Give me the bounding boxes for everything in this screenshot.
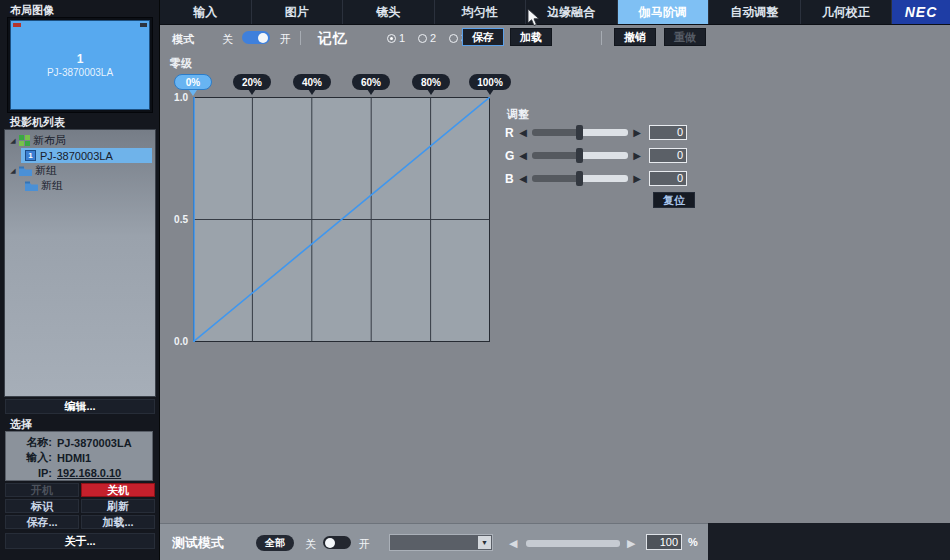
channel-name: R xyxy=(505,126,517,140)
name-value: PJ-3870003LA xyxy=(57,437,132,449)
ip-label: IP: xyxy=(6,467,52,479)
test-off-label: 关 xyxy=(305,537,316,552)
test-mode-bar: 测试模式 全部 关 开 ▼ ◀ ▶ 100 % xyxy=(160,523,708,560)
increment-arrow[interactable]: ▶ xyxy=(631,173,643,184)
projector-number-badge: 1 xyxy=(25,150,36,161)
memory-load-button[interactable]: 加载 xyxy=(510,28,552,46)
tree-item-subgroup[interactable]: 新组 xyxy=(5,178,155,193)
gamma-main-panel: 零级 0% 20% 40% 60% 80% 100% 1.0 0.5 0.0 调… xyxy=(160,50,950,523)
tab-input[interactable]: 输入 xyxy=(160,0,252,24)
power-button-grid: 开机 关机 标识 刷新 保存... 加载... xyxy=(5,483,155,531)
adjust-label: 调整 xyxy=(507,107,529,122)
status-mark-dark xyxy=(140,23,147,27)
layout-preview[interactable]: 1 PJ-3870003LA xyxy=(7,17,153,113)
tab-lens[interactable]: 镜头 xyxy=(343,0,435,24)
sidebar: 布局图像 1 PJ-3870003LA 投影机列表 ◢ 新布局 1 PJ-387… xyxy=(0,0,160,560)
tree-item-projector[interactable]: 1 PJ-3870003LA xyxy=(5,148,155,163)
point-tab-100[interactable]: 100% xyxy=(469,74,511,90)
preview-name: PJ-3870003LA xyxy=(47,67,113,78)
percent-unit: % xyxy=(688,536,698,548)
r-slider[interactable] xyxy=(532,129,628,136)
mode-off-label: 关 xyxy=(222,32,233,47)
test-pattern-dropdown[interactable]: ▼ xyxy=(389,534,493,551)
radio-label: 2 xyxy=(430,32,436,44)
gamma-toolbar: 模式 关 开 记忆 1 2 3 保存 加载 撤销 重做 xyxy=(160,25,950,50)
tree-expander-icon[interactable]: ◢ xyxy=(7,163,19,178)
radio-icon xyxy=(387,34,396,43)
channel-row-r: R ◀ ▶ 0 xyxy=(505,125,687,140)
reset-button[interactable]: 复位 xyxy=(653,192,695,208)
projector-list-header: 投影机列表 xyxy=(10,115,65,130)
projector-preview-tile[interactable]: 1 PJ-3870003LA xyxy=(10,20,150,110)
refresh-button[interactable]: 刷新 xyxy=(81,499,155,513)
mode-toggle[interactable] xyxy=(242,31,270,44)
g-value-input[interactable]: 0 xyxy=(649,148,687,163)
b-slider[interactable] xyxy=(532,175,628,182)
power-on-button[interactable]: 开机 xyxy=(5,483,79,497)
decrement-arrow[interactable]: ◀ xyxy=(509,537,517,550)
undo-button[interactable]: 撤销 xyxy=(614,28,656,46)
point-tab-20[interactable]: 20% xyxy=(233,74,271,90)
channel-name: G xyxy=(505,149,517,163)
nec-logo: NEC xyxy=(892,0,950,24)
load-settings-button[interactable]: 加载... xyxy=(81,515,155,529)
decrement-arrow[interactable]: ◀ xyxy=(517,150,529,161)
tab-picture[interactable]: 图片 xyxy=(252,0,344,24)
tree-item-layout[interactable]: ◢ 新布局 xyxy=(5,133,155,148)
identify-button[interactable]: 标识 xyxy=(5,499,79,513)
slider-knob[interactable] xyxy=(576,148,583,163)
save-settings-button[interactable]: 保存... xyxy=(5,515,79,529)
level-slider[interactable] xyxy=(526,540,620,547)
decrement-arrow[interactable]: ◀ xyxy=(517,127,529,138)
status-mark-red xyxy=(13,23,21,27)
top-tab-bar: 输入 图片 镜头 均匀性 边缘融合 伽马阶调 自动调整 几何校正 NEC xyxy=(160,0,950,25)
tab-uniformity[interactable]: 均匀性 xyxy=(435,0,527,24)
tree-item-group[interactable]: ◢ 新组 xyxy=(5,163,155,178)
name-label: 名称: xyxy=(6,435,52,450)
mode-on-label: 开 xyxy=(280,32,291,47)
radio-icon xyxy=(449,34,458,43)
mouse-cursor xyxy=(527,8,543,27)
point-tab-40[interactable]: 40% xyxy=(293,74,331,90)
gamma-curve-chart[interactable] xyxy=(193,97,490,342)
preview-number: 1 xyxy=(77,52,84,66)
tab-gamma[interactable]: 伽马阶调 xyxy=(618,0,710,24)
channel-name: B xyxy=(505,172,517,186)
decrement-arrow[interactable]: ◀ xyxy=(517,173,529,184)
tree-item-label: 新布局 xyxy=(33,133,66,148)
r-value-input[interactable]: 0 xyxy=(649,125,687,140)
about-button[interactable]: 关于... xyxy=(5,533,155,549)
point-tab-60[interactable]: 60% xyxy=(352,74,390,90)
projector-tree: ◢ 新布局 1 PJ-3870003LA ◢ 新组 新组 xyxy=(4,129,156,397)
tab-auto-adjust[interactable]: 自动调整 xyxy=(709,0,801,24)
memory-radio-1[interactable]: 1 xyxy=(387,32,405,44)
edit-button[interactable]: 编辑... xyxy=(5,399,155,414)
y-tick-1: 1.0 xyxy=(164,92,188,103)
toggle-knob xyxy=(258,33,268,43)
dropdown-arrow-icon[interactable]: ▼ xyxy=(478,536,491,549)
all-button[interactable]: 全部 xyxy=(256,535,294,551)
increment-arrow[interactable]: ▶ xyxy=(631,150,643,161)
power-off-button[interactable]: 关机 xyxy=(81,483,155,497)
test-on-label: 开 xyxy=(359,537,370,552)
layout-image-header: 布局图像 xyxy=(10,3,54,18)
ip-link[interactable]: 192.168.0.10 xyxy=(57,467,121,479)
percent-input[interactable]: 100 xyxy=(646,534,682,550)
increment-arrow[interactable]: ▶ xyxy=(631,127,643,138)
test-mode-toggle[interactable] xyxy=(323,536,351,549)
tab-geometric-correction[interactable]: 几何校正 xyxy=(801,0,893,24)
redo-button[interactable]: 重做 xyxy=(664,28,706,46)
memory-save-button[interactable]: 保存 xyxy=(462,28,504,46)
tree-item-label: PJ-3870003LA xyxy=(40,150,113,162)
g-slider[interactable] xyxy=(532,152,628,159)
increment-arrow[interactable]: ▶ xyxy=(627,537,635,550)
point-tab-0[interactable]: 0% xyxy=(174,74,212,90)
memory-radio-2[interactable]: 2 xyxy=(418,32,436,44)
tree-expander-icon[interactable]: ◢ xyxy=(7,133,19,148)
point-tab-80[interactable]: 80% xyxy=(412,74,450,90)
b-value-input[interactable]: 0 xyxy=(649,171,687,186)
slider-knob[interactable] xyxy=(576,171,583,186)
layout-grid-icon xyxy=(19,135,30,146)
level-label: 零级 xyxy=(170,56,192,71)
slider-knob[interactable] xyxy=(576,125,583,140)
